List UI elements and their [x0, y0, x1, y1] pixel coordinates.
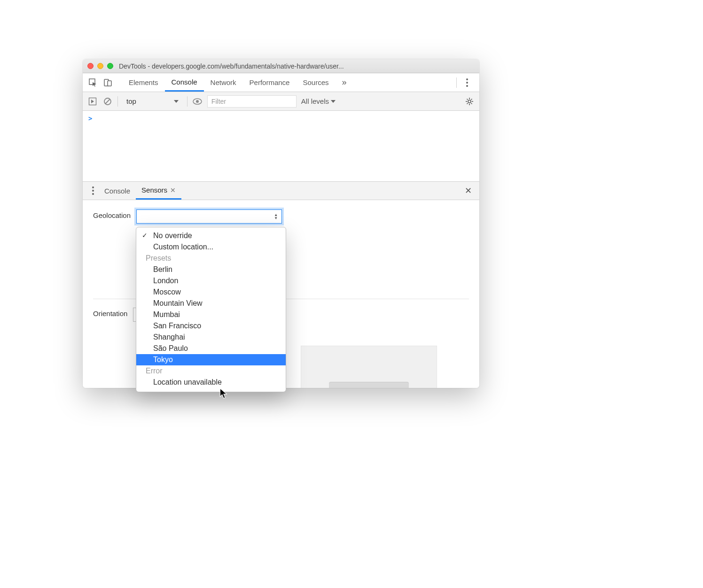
- console-prompt: >: [88, 115, 92, 122]
- svg-line-14: [471, 103, 472, 104]
- svg-rect-2: [108, 81, 111, 86]
- traffic-lights: [87, 63, 113, 69]
- geo-error-location-unavailable[interactable]: Location unavailable: [136, 377, 286, 388]
- geo-preset-tokyo[interactable]: Tokyo: [136, 354, 286, 365]
- tab-performance[interactable]: Performance: [243, 73, 297, 92]
- console-output[interactable]: >: [83, 111, 479, 181]
- inspect-element-icon[interactable]: [86, 76, 100, 89]
- console-settings-icon[interactable]: [464, 96, 475, 107]
- geo-preset-shanghai[interactable]: Shanghai: [136, 332, 286, 343]
- geo-preset-mountain-view[interactable]: Mountain View: [136, 298, 286, 309]
- log-levels-select[interactable]: All levels: [301, 97, 336, 105]
- execution-context-value: top: [126, 97, 136, 105]
- mouse-cursor-icon: [219, 387, 229, 402]
- geo-option-custom-location[interactable]: Custom location...: [136, 241, 286, 253]
- select-stepper-icon: ▲▼: [274, 213, 278, 220]
- minimize-window-button[interactable]: [97, 63, 103, 69]
- geo-preset-mumbai[interactable]: Mumbai: [136, 309, 286, 320]
- drawer-tab-console[interactable]: Console: [99, 182, 136, 200]
- geo-preset-sao-paulo[interactable]: São Paulo: [136, 343, 286, 354]
- geo-preset-moscow[interactable]: Moscow: [136, 286, 286, 298]
- geo-group-presets: Presets: [136, 253, 286, 264]
- orientation-label: Orientation: [93, 308, 127, 317]
- window-title: DevTools - developers.google.com/web/fun…: [119, 62, 475, 70]
- geolocation-select[interactable]: ▲▼: [136, 209, 282, 224]
- chevron-down-icon: [331, 100, 336, 103]
- close-tab-icon[interactable]: ✕: [170, 186, 176, 194]
- tab-network[interactable]: Network: [204, 73, 243, 92]
- geo-preset-london[interactable]: London: [136, 275, 286, 286]
- clear-console-icon[interactable]: [102, 96, 113, 107]
- svg-line-15: [467, 103, 468, 104]
- drawer-tabs: Console Sensors ✕ ✕: [83, 181, 479, 200]
- svg-point-8: [468, 100, 471, 103]
- svg-point-7: [196, 100, 199, 103]
- geolocation-label: Geolocation: [93, 209, 131, 219]
- geo-option-label: No override: [153, 232, 192, 240]
- svg-line-13: [467, 99, 468, 100]
- log-levels-label: All levels: [301, 97, 329, 105]
- tabs-overflow-button[interactable]: »: [336, 73, 353, 92]
- execution-context-select[interactable]: top: [123, 96, 182, 106]
- geo-option-label: Custom location...: [153, 243, 213, 251]
- tab-elements[interactable]: Elements: [122, 73, 165, 92]
- live-expression-icon[interactable]: [192, 96, 203, 107]
- close-drawer-button[interactable]: ✕: [462, 186, 475, 196]
- zoom-window-button[interactable]: [107, 63, 113, 69]
- drawer-tab-sensors-label: Sensors: [141, 186, 167, 194]
- tab-console[interactable]: Console: [165, 73, 204, 92]
- toggle-device-toolbar-icon[interactable]: [102, 76, 115, 89]
- drawer-tab-sensors[interactable]: Sensors ✕: [136, 182, 181, 200]
- filter-placeholder: Filter: [211, 98, 226, 105]
- device-graphic: [329, 382, 409, 388]
- geo-preset-berlin[interactable]: Berlin: [136, 264, 286, 275]
- execute-icon[interactable]: [87, 96, 98, 107]
- svg-line-16: [471, 99, 472, 100]
- tab-sources[interactable]: Sources: [296, 73, 335, 92]
- console-toolbar: top Filter All levels: [83, 92, 479, 111]
- drawer-more-icon[interactable]: [87, 186, 99, 195]
- main-panel-tabs: Elements Console Network Performance Sou…: [83, 73, 479, 92]
- geo-group-error: Error: [136, 365, 286, 377]
- divider: [456, 77, 457, 88]
- orientation-preview: [301, 346, 437, 388]
- drawer-tab-console-label: Console: [104, 187, 130, 195]
- chevron-down-icon: [174, 100, 179, 103]
- titlebar: DevTools - developers.google.com/web/fun…: [83, 59, 479, 73]
- geo-option-no-override[interactable]: ✓ No override: [136, 230, 286, 241]
- geo-preset-san-francisco[interactable]: San Francisco: [136, 320, 286, 332]
- more-options-icon[interactable]: [461, 76, 474, 89]
- geolocation-row: Geolocation ▲▼: [93, 209, 469, 224]
- check-icon: ✓: [142, 232, 148, 239]
- filter-input[interactable]: Filter: [207, 95, 297, 108]
- close-window-button[interactable]: [87, 63, 94, 69]
- geolocation-dropdown: ✓ No override Custom location... Presets…: [136, 227, 286, 392]
- svg-line-5: [105, 99, 110, 104]
